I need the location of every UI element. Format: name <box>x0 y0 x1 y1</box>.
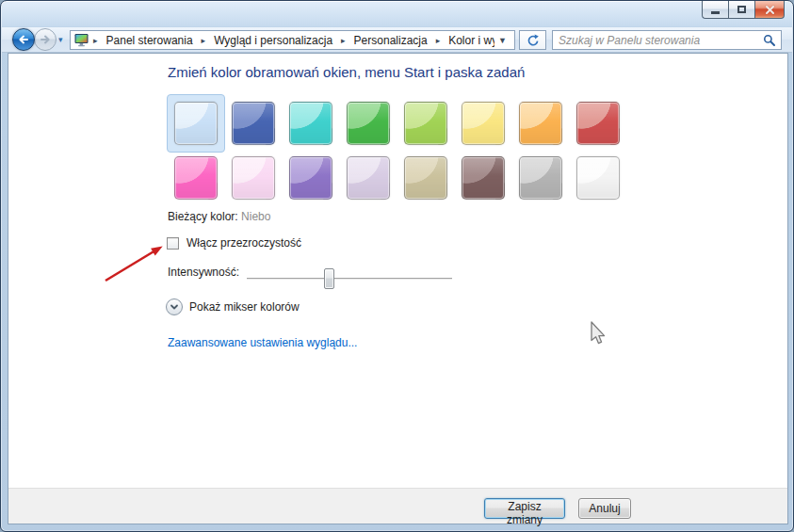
color-swatch-15[interactable] <box>518 155 563 201</box>
forward-button[interactable] <box>34 28 57 51</box>
maximize-button[interactable] <box>728 1 754 19</box>
swatch-color-face <box>404 156 447 200</box>
slider-thumb[interactable] <box>324 268 334 289</box>
swatch-color-face <box>289 156 332 200</box>
personalization-monitor-icon <box>74 33 89 47</box>
caption-buttons <box>702 1 785 19</box>
breadcrumb-separator-icon: ▸ <box>432 36 445 45</box>
red-annotation-arrow <box>101 238 176 287</box>
swatch-row-2 <box>173 155 621 201</box>
swatch-color-face <box>174 102 218 145</box>
color-swatch-11[interactable] <box>288 155 333 201</box>
breadcrumb-separator-icon: ▸ <box>198 36 210 45</box>
back-arrow-icon <box>16 32 31 47</box>
color-swatch-4[interactable] <box>346 101 391 146</box>
breadcrumb-item[interactable]: Personalizacja <box>351 33 430 48</box>
color-swatch-2[interactable] <box>231 101 276 146</box>
color-swatch-7[interactable] <box>518 101 563 146</box>
color-swatch-12[interactable] <box>346 155 391 201</box>
color-swatch-14[interactable] <box>461 155 506 201</box>
maximize-icon <box>737 6 746 13</box>
transparency-label[interactable]: Włącz przezroczystość <box>186 236 301 250</box>
expander-button[interactable] <box>166 298 183 315</box>
back-button[interactable] <box>12 28 35 51</box>
search-box <box>552 30 782 50</box>
slider-track[interactable] <box>247 278 452 280</box>
color-swatch-9[interactable] <box>173 155 219 201</box>
color-swatch-3[interactable] <box>288 101 333 146</box>
breadcrumb-separator-icon: ▸ <box>337 36 349 45</box>
minimize-button[interactable] <box>702 1 728 19</box>
transparency-row: Włącz przezroczystość <box>167 236 301 250</box>
current-color-label: Bieżący kolor: <box>168 210 238 223</box>
color-swatch-13[interactable] <box>403 155 448 201</box>
cancel-button[interactable]: Anuluj <box>578 498 631 519</box>
swatch-color-face <box>576 102 620 145</box>
mouse-cursor <box>588 320 607 347</box>
swatch-color-face <box>232 102 275 145</box>
search-input[interactable] <box>553 32 763 48</box>
swatch-color-face <box>289 102 332 145</box>
refresh-icon <box>527 34 540 47</box>
minimize-icon <box>711 11 720 14</box>
refresh-button[interactable] <box>519 30 546 50</box>
color-swatch-5[interactable] <box>403 101 448 146</box>
intensity-slider[interactable] <box>247 268 452 289</box>
swatch-color-face <box>576 156 620 200</box>
current-color-line: Bieżący kolor: Niebo <box>168 210 270 223</box>
address-dropdown-icon[interactable]: ▼ <box>494 36 510 45</box>
color-mixer-expander[interactable]: Pokaż mikser kolorów <box>166 298 300 315</box>
breadcrumb: ▸Panel sterowania▸Wygląd i personalizacj… <box>89 33 494 48</box>
chevron-down-icon <box>169 301 180 313</box>
color-mixer-label[interactable]: Pokaż mikser kolorów <box>189 300 300 314</box>
swatch-color-face <box>347 102 390 145</box>
swatch-color-face <box>174 156 218 200</box>
breadcrumb-item[interactable]: Kolor i wygląd okien <box>446 33 494 48</box>
color-swatch-1[interactable] <box>173 101 219 146</box>
close-icon <box>765 5 775 15</box>
breadcrumb-item[interactable]: Wygląd i personalizacja <box>211 33 335 48</box>
footer-bar: Zapisz zmiany Anuluj <box>8 488 787 524</box>
color-swatch-16[interactable] <box>575 155 621 201</box>
history-chevron-icon[interactable]: ▾ <box>58 35 63 44</box>
current-color-name: Niebo <box>241 210 270 223</box>
color-swatch-8[interactable] <box>575 101 621 146</box>
close-button[interactable] <box>754 1 785 19</box>
advanced-settings-link[interactable]: Zaawansowane ustawienia wyglądu... <box>168 336 357 349</box>
color-swatch-10[interactable] <box>231 155 276 201</box>
swatch-color-face <box>519 102 562 145</box>
swatch-color-face <box>462 156 505 200</box>
navigation-bar: ▾ ▸Panel sterowania▸Wygląd i personaliza… <box>2 27 792 53</box>
search-icon[interactable] <box>763 34 781 47</box>
swatch-color-face <box>519 156 562 200</box>
content-area: Zmień kolor obramowań okien, menu Start … <box>8 53 788 524</box>
intensity-label: Intensywność: <box>168 266 239 279</box>
swatch-row-1 <box>173 101 621 146</box>
transparency-checkbox[interactable] <box>167 237 179 250</box>
swatch-color-face <box>404 102 447 145</box>
color-swatch-6[interactable] <box>461 101 506 146</box>
breadcrumb-separator-icon: ▸ <box>89 36 102 45</box>
breadcrumb-item[interactable]: Panel sterowania <box>104 33 196 48</box>
save-changes-button[interactable]: Zapisz zmiany <box>484 498 565 519</box>
page-title: Zmień kolor obramowań okien, menu Start … <box>168 64 525 80</box>
swatch-color-face <box>232 156 275 200</box>
forward-arrow-icon <box>38 32 53 47</box>
swatch-color-face <box>347 156 390 200</box>
window: ▾ ▸Panel sterowania▸Wygląd i personaliza… <box>0 0 794 532</box>
address-bar[interactable]: ▸Panel sterowania▸Wygląd i personalizacj… <box>70 30 515 50</box>
swatch-color-face <box>462 102 505 145</box>
